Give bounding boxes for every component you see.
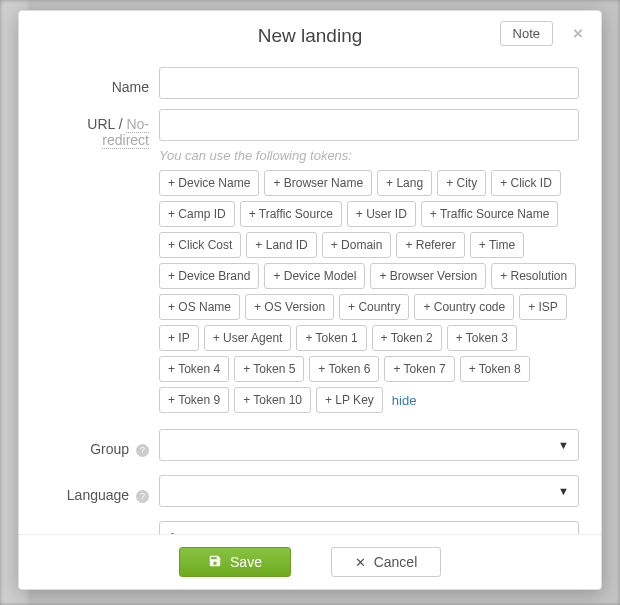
token-button[interactable]: + Device Brand: [159, 263, 259, 289]
label-group: Group ?: [41, 434, 159, 457]
token-button[interactable]: + Token 3: [447, 325, 517, 351]
help-icon[interactable]: ?: [136, 444, 149, 457]
token-button[interactable]: + Time: [470, 232, 524, 258]
token-button[interactable]: + Device Model: [264, 263, 365, 289]
label-language-text: Language: [67, 487, 129, 503]
token-button[interactable]: + LP Key: [316, 387, 383, 413]
label-url-prefix: URL /: [87, 116, 126, 132]
modal-header: New landing Note ×: [19, 11, 601, 61]
save-icon: [208, 554, 222, 570]
group-select[interactable]: [159, 429, 579, 461]
token-button[interactable]: + Camp ID: [159, 201, 235, 227]
token-button[interactable]: + Domain: [322, 232, 392, 258]
token-button[interactable]: + Token 6: [309, 356, 379, 382]
label-name: Name: [41, 72, 159, 95]
token-button[interactable]: + Lang: [377, 170, 432, 196]
token-button[interactable]: + Token 10: [234, 387, 311, 413]
token-button[interactable]: + Device Name: [159, 170, 259, 196]
label-offers: Offers ?: [41, 526, 159, 535]
save-button-label: Save: [230, 554, 262, 570]
row-url: URL / No-redirect You can use the follow…: [41, 103, 579, 413]
modal-body: Name URL / No-redirect You can use the f…: [19, 61, 601, 534]
token-button[interactable]: + City: [437, 170, 486, 196]
token-button[interactable]: + Token 2: [372, 325, 442, 351]
language-select[interactable]: [159, 475, 579, 507]
token-button[interactable]: + Resolution: [491, 263, 576, 289]
token-button[interactable]: + Token 7: [384, 356, 454, 382]
url-input[interactable]: [159, 109, 579, 141]
token-button[interactable]: + Token 1: [296, 325, 366, 351]
cancel-button[interactable]: ✕ Cancel: [331, 547, 441, 577]
token-button[interactable]: + Land ID: [246, 232, 316, 258]
row-language: Language ? ▼: [41, 469, 579, 507]
close-icon: ✕: [355, 556, 366, 569]
token-button[interactable]: + Token 4: [159, 356, 229, 382]
modal-title: New landing: [258, 25, 363, 46]
token-button[interactable]: + Referer: [396, 232, 464, 258]
token-button[interactable]: + Click Cost: [159, 232, 241, 258]
note-button[interactable]: Note: [500, 21, 553, 46]
token-button[interactable]: + Token 5: [234, 356, 304, 382]
token-button[interactable]: + Browser Version: [370, 263, 486, 289]
tokens-hint: You can use the following tokens:: [159, 141, 579, 170]
label-language: Language ?: [41, 480, 159, 503]
token-button[interactable]: + ISP: [519, 294, 567, 320]
token-button[interactable]: + Token 8: [460, 356, 530, 382]
row-offers: Offers ?: [41, 515, 579, 534]
row-group: Group ? ▼: [41, 423, 579, 461]
new-landing-modal: New landing Note × Name URL / No-redirec…: [18, 10, 602, 590]
cancel-button-label: Cancel: [374, 554, 418, 570]
label-group-text: Group: [90, 441, 129, 457]
token-button[interactable]: + Country code: [414, 294, 514, 320]
token-button[interactable]: + OS Version: [245, 294, 334, 320]
token-button[interactable]: + Click ID: [491, 170, 561, 196]
name-input[interactable]: [159, 67, 579, 99]
token-button[interactable]: + User ID: [347, 201, 416, 227]
help-icon[interactable]: ?: [136, 490, 149, 503]
modal-footer: Save ✕ Cancel: [19, 534, 601, 589]
token-button[interactable]: + Token 9: [159, 387, 229, 413]
save-button[interactable]: Save: [179, 547, 291, 577]
token-button[interactable]: + IP: [159, 325, 199, 351]
tokens-container: + Device Name+ Browser Name+ Lang+ City+…: [159, 170, 579, 413]
token-button[interactable]: + Browser Name: [264, 170, 372, 196]
token-button[interactable]: + User Agent: [204, 325, 292, 351]
token-button[interactable]: + Traffic Source: [240, 201, 342, 227]
row-name: Name: [41, 61, 579, 99]
offers-input[interactable]: [159, 521, 579, 534]
token-button[interactable]: + Country: [339, 294, 409, 320]
label-url: URL / No-redirect: [41, 109, 159, 148]
token-button[interactable]: + OS Name: [159, 294, 240, 320]
hide-tokens-link[interactable]: hide: [388, 390, 421, 411]
close-icon[interactable]: ×: [573, 25, 583, 42]
token-button[interactable]: + Traffic Source Name: [421, 201, 559, 227]
